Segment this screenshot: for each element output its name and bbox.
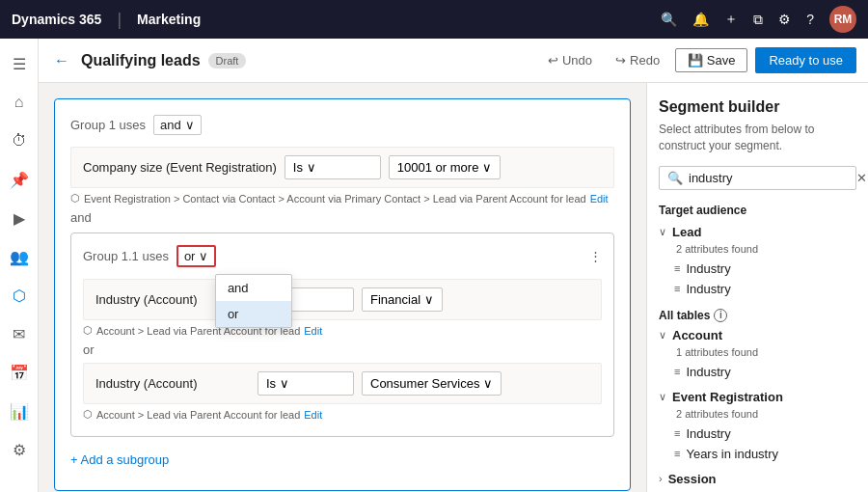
- subgroup-or-label: or: [83, 342, 602, 357]
- subgroup-condition2-row: Industry (Account) Is ∨ Consumer Service…: [83, 363, 602, 404]
- panel-subtitle: Select attributes from below to construc…: [659, 122, 856, 154]
- and-label: and: [70, 210, 614, 225]
- breadcrumb1-text: Event Registration > Contact via Contact…: [84, 193, 586, 205]
- sidebar-home-icon[interactable]: ⌂: [2, 85, 37, 120]
- sidebar-settings2-icon[interactable]: ⚙: [2, 432, 37, 467]
- sidebar-play-icon[interactable]: ▶: [2, 201, 37, 235]
- right-panel: Segment builder Select attributes from b…: [646, 83, 868, 492]
- subgroup-condition2-operator[interactable]: Is ∨: [258, 371, 354, 396]
- event-reg-years-icon: ≡: [674, 448, 680, 459]
- breadcrumb1-icon: ⬡: [70, 192, 80, 205]
- subgroup-condition2-value[interactable]: Consumer Services ∨: [362, 371, 502, 396]
- condition1-row: Company size (Event Registration) Is ∨ 1…: [70, 147, 614, 188]
- event-reg-years-attr[interactable]: ≡ Years in industry: [659, 444, 856, 464]
- search-input[interactable]: [689, 171, 851, 185]
- event-reg-attr-icon: ≡: [674, 427, 680, 439]
- account-count: 1 attributes found: [661, 346, 856, 358]
- attr-icon: ≡: [674, 262, 680, 274]
- all-tables-label: All tables i: [659, 309, 856, 322]
- account-header[interactable]: ∨ Account: [659, 328, 856, 342]
- lead-target-header[interactable]: ∨ Lead: [659, 225, 856, 239]
- condition1-operator[interactable]: Is ∨: [285, 155, 381, 179]
- sidebar: ☰ ⌂ ⏱ 📌 ▶ 👥 ⬡ ✉ 📅 📊 ⚙: [0, 39, 39, 492]
- sidebar-recent-icon[interactable]: ⏱: [2, 123, 37, 158]
- nav-icons: 🔍 🔔 ＋ ⧉ ⚙ ? RM: [661, 6, 856, 33]
- info-icon[interactable]: i: [714, 309, 727, 322]
- app-layout: ☰ ⌂ ⏱ 📌 ▶ 👥 ⬡ ✉ 📅 📊 ⚙ ← Qualifying leads…: [0, 39, 868, 492]
- subgroup-breadcrumb2-row: ⬡ Account > Lead via Parent Account for …: [83, 408, 602, 421]
- plus-icon[interactable]: ＋: [724, 11, 738, 28]
- brand-name: Dynamics 365: [12, 12, 101, 27]
- event-reg-industry-attr[interactable]: ≡ Industry: [659, 424, 856, 444]
- sidebar-menu-icon[interactable]: ☰: [2, 46, 37, 81]
- subgroup-operator-dropdown[interactable]: or ∨ and or: [176, 245, 217, 267]
- save-button[interactable]: 💾 Save: [675, 48, 747, 72]
- search-icon[interactable]: 🔍: [661, 12, 677, 27]
- canvas: Group 1 uses and ∨ Company size (Event R…: [39, 83, 646, 492]
- account-industry-attr[interactable]: ≡ Industry: [659, 362, 856, 382]
- dropdown-option-or[interactable]: or: [216, 301, 291, 327]
- session-section: › Session 1 attributes found: [659, 472, 856, 492]
- group1-header: Group 1 uses and ∨: [70, 115, 614, 135]
- sub-breadcrumb1-edit[interactable]: Edit: [304, 325, 322, 337]
- help-icon[interactable]: ?: [806, 12, 814, 27]
- subgroup-condition1-row: Industry (Account) Is ∨ Financial ∨: [83, 279, 602, 320]
- avatar[interactable]: RM: [829, 6, 856, 33]
- sidebar-contacts-icon[interactable]: 👥: [2, 239, 37, 274]
- event-reg-title: Event Registration: [672, 390, 783, 404]
- subgroup-more-button[interactable]: ⋮: [589, 249, 602, 263]
- account-section: ∨ Account 1 attributes found ≡ Industry: [659, 328, 856, 382]
- condition1-value[interactable]: 10001 or more ∨: [389, 155, 502, 179]
- dropdown-option-and[interactable]: and: [216, 275, 291, 301]
- clear-search-icon[interactable]: ✕: [856, 171, 867, 185]
- lead-industry-attr1[interactable]: ≡ Industry: [659, 259, 856, 279]
- undo-label: Undo: [562, 53, 592, 68]
- event-reg-header[interactable]: ∨ Event Registration: [659, 390, 856, 404]
- settings-icon[interactable]: ⚙: [778, 12, 791, 27]
- sidebar-calendar-icon[interactable]: 📅: [2, 355, 37, 390]
- subgroup-breadcrumb1-row: ⬡ Account > Lead via Parent Account for …: [83, 324, 602, 337]
- back-button[interactable]: ←: [50, 48, 73, 73]
- bell-icon[interactable]: 🔔: [692, 12, 709, 27]
- group1-operator-value: and: [160, 118, 181, 132]
- redo-button[interactable]: ↪ Redo: [608, 49, 667, 71]
- sidebar-segment-icon[interactable]: ⬡: [2, 278, 37, 313]
- header-actions: ↩ Undo ↪ Redo 💾 Save Ready to use: [540, 47, 856, 73]
- undo-button[interactable]: ↩ Undo: [540, 49, 600, 71]
- event-reg-section: ∨ Event Registration 2 attributes found …: [659, 390, 856, 464]
- lead-industry-attr2[interactable]: ≡ Industry: [659, 279, 856, 299]
- redo-label: Redo: [630, 53, 660, 68]
- account-attr-icon: ≡: [674, 366, 680, 377]
- session-header[interactable]: › Session: [659, 472, 856, 486]
- subgroup-label: Group 1.1 uses: [83, 249, 169, 263]
- cond1-op-chevron: ∨: [307, 160, 316, 175]
- ready-button[interactable]: Ready to use: [755, 47, 856, 73]
- ready-label: Ready to use: [769, 53, 843, 68]
- filter-icon[interactable]: ⧉: [753, 12, 763, 28]
- subgroup-operator-value: or: [184, 249, 196, 263]
- sub-breadcrumb2-icon: ⬡: [83, 408, 93, 421]
- subgroup-condition1-value[interactable]: Financial ∨: [362, 287, 443, 312]
- sub-cond2-op-chevron: ∨: [280, 376, 289, 391]
- sub-breadcrumb2-edit[interactable]: Edit: [304, 409, 322, 421]
- event-reg-years-label: Years in industry: [686, 447, 778, 461]
- add-subgroup-button[interactable]: + Add a subgroup: [70, 445, 614, 475]
- subgroup: Group 1.1 uses or ∨ and or ⋮: [70, 232, 614, 437]
- breadcrumb1-edit[interactable]: Edit: [590, 193, 609, 205]
- attr-label: Industry: [686, 261, 730, 276]
- sidebar-chart-icon[interactable]: 📊: [2, 394, 37, 428]
- account-chevron: ∨: [659, 329, 666, 342]
- panel-title: Segment builder: [659, 98, 856, 116]
- lead-target-title: Lead: [672, 225, 701, 239]
- lead-target-chevron: ∨: [659, 226, 666, 238]
- sidebar-email-icon[interactable]: ✉: [2, 316, 37, 351]
- group1-operator-chevron: ∨: [185, 118, 195, 132]
- top-nav: Dynamics 365 | Marketing 🔍 🔔 ＋ ⧉ ⚙ ? RM: [0, 0, 868, 39]
- search-box: 🔍 ✕: [659, 166, 856, 190]
- group1-operator-dropdown[interactable]: and ∨: [153, 115, 202, 135]
- sidebar-pin-icon[interactable]: 📌: [2, 162, 37, 197]
- search-icon: 🔍: [667, 171, 683, 185]
- page-title: Qualifying leads: [81, 52, 201, 69]
- main-content: ← Qualifying leads Draft ↩ Undo ↪ Redo 💾…: [39, 39, 868, 492]
- account-attr-label: Industry: [686, 365, 730, 379]
